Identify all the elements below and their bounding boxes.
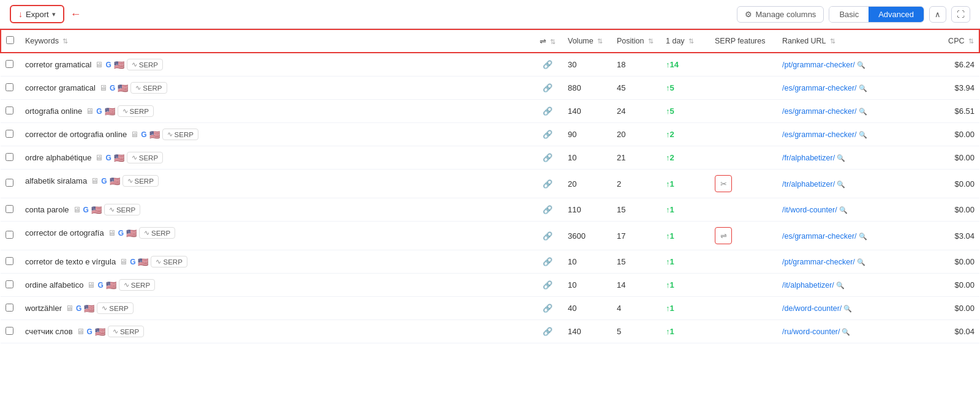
google-icon[interactable]: G xyxy=(118,229,124,237)
google-icon[interactable]: G xyxy=(130,258,135,266)
keywords-sort-icon[interactable]: ⇅ xyxy=(62,37,68,45)
serp-button[interactable]: ∿ SERP xyxy=(123,175,159,187)
url-search-icon[interactable]: 🔍 xyxy=(843,305,852,312)
url-search-icon[interactable]: 🔍 xyxy=(857,61,865,69)
row-checkbox[interactable] xyxy=(6,179,13,187)
row-checkbox[interactable] xyxy=(6,327,13,335)
ranked-url-link[interactable]: /tr/alphabetizer/ xyxy=(782,180,835,189)
serp-button[interactable]: ∿ SERP xyxy=(151,256,187,267)
url-search-icon[interactable]: 🔍 xyxy=(857,258,865,266)
expand-button[interactable]: ⛶ xyxy=(951,6,970,23)
google-icon[interactable]: G xyxy=(87,327,92,336)
row-checkbox[interactable] xyxy=(6,107,13,114)
arrows-icon[interactable]: ⇌ xyxy=(715,227,732,244)
cpc-sort-icon[interactable]: ⇅ xyxy=(968,37,974,45)
ranked-url-link[interactable]: /es/grammar-checker/ xyxy=(782,107,857,116)
ranked-url-link[interactable]: /de/word-counter/ xyxy=(782,304,842,313)
ranked-url-sort-icon[interactable]: ⇅ xyxy=(830,37,835,45)
collapse-button[interactable]: ∧ xyxy=(929,6,946,23)
google-icon[interactable]: G xyxy=(141,130,146,139)
url-search-icon[interactable]: 🔍 xyxy=(839,206,848,214)
chain-link-icon[interactable]: 🔗 xyxy=(543,179,552,189)
chain-link-icon[interactable]: 🔗 xyxy=(543,304,552,313)
chain-link-icon[interactable]: 🔗 xyxy=(543,60,552,69)
chain-link-icon[interactable]: 🔗 xyxy=(543,231,552,241)
monitor-icon[interactable]: 🖥 xyxy=(119,257,127,266)
row-checkbox[interactable] xyxy=(6,130,13,138)
google-icon[interactable]: G xyxy=(110,84,115,92)
row-checkbox[interactable] xyxy=(6,60,13,68)
serp-button[interactable]: ∿ SERP xyxy=(108,326,144,337)
monitor-icon[interactable]: 🖥 xyxy=(87,280,95,290)
monitor-icon[interactable]: 🖥 xyxy=(86,107,94,116)
export-button[interactable]: ↓ Export ▾ xyxy=(10,5,64,23)
monitor-icon[interactable]: 🖥 xyxy=(66,304,74,313)
serp-button[interactable]: ∿ SERP xyxy=(127,59,163,70)
serp-button[interactable]: ∿ SERP xyxy=(130,82,167,94)
url-search-icon[interactable]: 🔍 xyxy=(837,154,845,162)
chain-link-icon[interactable]: 🔗 xyxy=(543,153,552,162)
serp-button[interactable]: ∿ SERP xyxy=(139,227,175,239)
position-sort-icon[interactable]: ⇅ xyxy=(648,37,654,45)
row-checkbox[interactable] xyxy=(6,83,13,91)
tab-advanced[interactable]: Advanced xyxy=(869,7,924,22)
tab-basic[interactable]: Basic xyxy=(829,7,869,22)
scissors-icon[interactable]: ✂ xyxy=(715,175,732,192)
ranked-url-link[interactable]: /es/grammar-checker/ xyxy=(782,130,857,139)
one-day-sort-icon[interactable]: ⇅ xyxy=(688,37,694,45)
monitor-icon[interactable]: 🖥 xyxy=(73,205,81,214)
chain-link-icon[interactable]: 🔗 xyxy=(543,280,552,290)
ranked-url-link[interactable]: /es/grammar-checker/ xyxy=(782,232,857,241)
url-search-icon[interactable]: 🔍 xyxy=(859,233,867,240)
select-all-checkbox[interactable] xyxy=(6,36,14,44)
select-all-header[interactable] xyxy=(1,29,20,53)
monitor-icon[interactable]: 🖥 xyxy=(91,176,99,185)
row-checkbox[interactable] xyxy=(6,231,13,239)
google-icon[interactable]: G xyxy=(97,281,103,290)
ranked-url-link[interactable]: /pt/grammar-checker/ xyxy=(782,258,855,266)
google-icon[interactable]: G xyxy=(105,61,111,69)
google-icon[interactable]: G xyxy=(76,304,81,313)
serp-button[interactable]: ∿ SERP xyxy=(119,279,155,291)
url-search-icon[interactable]: 🔍 xyxy=(859,131,867,138)
ranked-url-link[interactable]: /it/word-counter/ xyxy=(782,206,837,214)
serp-button[interactable]: ∿ SERP xyxy=(104,204,140,215)
monitor-icon[interactable]: 🖥 xyxy=(77,327,85,336)
link-sort-icon[interactable]: ⇅ xyxy=(550,38,556,45)
google-icon[interactable]: G xyxy=(96,107,102,116)
google-icon[interactable]: G xyxy=(105,154,111,162)
volume-sort-icon[interactable]: ⇅ xyxy=(597,37,603,45)
monitor-icon[interactable]: 🖥 xyxy=(95,60,103,69)
chain-link-icon[interactable]: 🔗 xyxy=(543,107,552,116)
chain-link-icon[interactable]: 🔗 xyxy=(543,257,552,266)
ranked-url-link[interactable]: /fr/alphabetizer/ xyxy=(782,154,835,162)
chain-link-icon[interactable]: 🔗 xyxy=(543,327,552,336)
manage-columns-button[interactable]: ⚙ Manage columns xyxy=(737,6,824,23)
ranked-url-link[interactable]: /it/alphabetizer/ xyxy=(782,281,834,290)
google-icon[interactable]: G xyxy=(101,177,107,185)
ranked-url-link[interactable]: /ru/word-counter/ xyxy=(782,327,840,336)
chain-link-icon[interactable]: 🔗 xyxy=(543,205,552,214)
url-search-icon[interactable]: 🔍 xyxy=(859,108,867,115)
monitor-icon[interactable]: 🖥 xyxy=(99,83,107,92)
monitor-icon[interactable]: 🖥 xyxy=(108,228,116,237)
row-checkbox[interactable] xyxy=(6,205,13,213)
row-checkbox[interactable] xyxy=(6,280,13,288)
serp-button[interactable]: ∿ SERP xyxy=(97,302,133,314)
chain-link-icon[interactable]: 🔗 xyxy=(543,83,552,92)
row-checkbox[interactable] xyxy=(6,153,13,161)
row-checkbox[interactable] xyxy=(6,257,13,265)
ranked-url-link[interactable]: /pt/grammar-checker/ xyxy=(782,61,855,69)
chain-link-icon[interactable]: 🔗 xyxy=(543,130,552,139)
url-search-icon[interactable]: 🔍 xyxy=(837,181,845,188)
serp-button[interactable]: ∿ SERP xyxy=(118,105,154,117)
url-search-icon[interactable]: 🔍 xyxy=(842,328,850,335)
google-icon[interactable]: G xyxy=(83,206,89,214)
ranked-url-link[interactable]: /es/grammar-checker/ xyxy=(782,84,857,92)
monitor-icon[interactable]: 🖥 xyxy=(95,153,103,162)
url-search-icon[interactable]: 🔍 xyxy=(836,282,845,289)
row-checkbox[interactable] xyxy=(6,304,13,312)
monitor-icon[interactable]: 🖥 xyxy=(130,130,138,139)
serp-button[interactable]: ∿ SERP xyxy=(127,152,163,163)
url-search-icon[interactable]: 🔍 xyxy=(859,84,867,92)
